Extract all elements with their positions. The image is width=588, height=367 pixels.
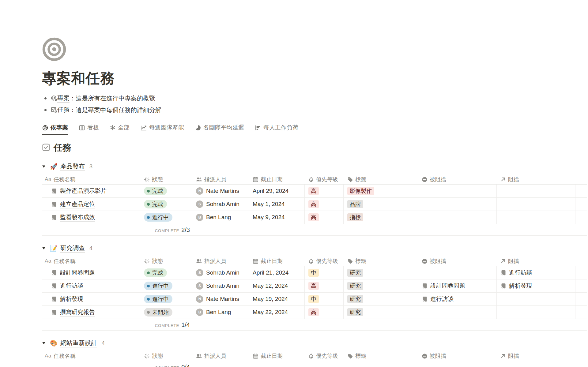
column-header-due[interactable]: 截止日期 <box>249 351 305 361</box>
column-header-blocking[interactable]: 阻擋 <box>497 351 575 361</box>
column-header-status[interactable]: 狀態 <box>140 256 192 266</box>
task-name-cell[interactable]: 製作產品演示影片 <box>42 185 140 197</box>
blocked-by-cell[interactable] <box>418 185 497 197</box>
tags-cell[interactable]: 研究 <box>344 306 418 319</box>
column-header-due[interactable]: 截止日期 <box>249 256 305 266</box>
task-name-cell[interactable]: 撰寫研究報告 <box>42 306 140 319</box>
column-header-blocking[interactable]: 阻擋 <box>497 174 575 184</box>
tags-cell[interactable]: 研究 <box>344 279 418 292</box>
page-title[interactable]: 專案和任務 <box>42 69 587 88</box>
task-name-cell[interactable]: 設計問卷問題 <box>42 266 140 279</box>
column-header-assignee[interactable]: 指派人員 <box>192 256 249 266</box>
tab-每人工作負荷[interactable]: 每人工作負荷 <box>255 122 299 135</box>
tab-每週團隊產能[interactable]: 每週團隊產能 <box>140 122 184 135</box>
column-header-blocked_by[interactable]: 被阻擋 <box>418 174 497 184</box>
group-name[interactable]: 研究調查 <box>60 244 85 253</box>
complete-calc[interactable]: COMPLETE2/3 <box>140 224 192 235</box>
column-header-blocked_by[interactable]: 被阻擋 <box>418 351 497 361</box>
priority-cell[interactable]: 高 <box>305 211 344 224</box>
column-header-blocking[interactable]: 阻擋 <box>497 256 575 266</box>
column-header-status[interactable]: 狀態 <box>140 351 192 361</box>
tags-cell[interactable]: 指標 <box>344 211 418 224</box>
assignee-cell[interactable]: NNate Martins <box>192 293 249 305</box>
due-date-cell[interactable]: April 21, 2024 <box>249 266 305 279</box>
due-date-cell[interactable]: May 1, 2024 <box>249 198 305 211</box>
blocking-cell[interactable] <box>497 306 575 319</box>
status-cell[interactable]: 進行中 <box>140 293 192 305</box>
blocking-cell[interactable] <box>497 185 575 197</box>
relation-item[interactable]: 進行訪談 <box>422 295 454 303</box>
blocked-by-cell[interactable]: 設計問卷問題 <box>418 279 497 292</box>
tags-cell[interactable]: 研究 <box>344 293 418 305</box>
page-emoji-bullseye-icon[interactable] <box>42 37 66 62</box>
column-header-assignee[interactable]: 指派人員 <box>192 174 249 184</box>
status-cell[interactable]: 完成 <box>140 266 192 279</box>
column-header-tags[interactable]: 標籤 <box>344 351 418 361</box>
complete-calc[interactable]: COMPLETE0/4 <box>140 361 192 367</box>
column-header-status[interactable]: 狀態 <box>140 174 192 184</box>
group-toggle-icon[interactable] <box>42 165 50 168</box>
status-cell[interactable]: 完成 <box>140 185 192 197</box>
column-header-priority[interactable]: 優先等級 <box>305 256 344 266</box>
column-header-blocked_by[interactable]: 被阻擋 <box>418 256 497 266</box>
blocking-cell[interactable]: 進行訪談 <box>497 266 575 279</box>
assignee-cell[interactable]: SSohrab Amin <box>192 198 249 211</box>
column-header-tags[interactable]: 標籤 <box>344 174 418 184</box>
group-toggle-icon[interactable] <box>42 246 50 250</box>
tab-全部[interactable]: 全部 <box>110 122 130 135</box>
due-date-cell[interactable]: May 22, 2024 <box>249 306 305 319</box>
column-header-name[interactable]: Aa任務名稱 <box>42 256 140 266</box>
blocking-cell[interactable]: 解析發現 <box>497 279 575 292</box>
assignee-cell[interactable]: BBen Lang <box>192 211 249 224</box>
column-header-assignee[interactable]: 指派人員 <box>192 351 249 361</box>
due-date-cell[interactable]: May 12, 2024 <box>249 279 305 292</box>
intro-link[interactable]: 任務 <box>57 106 70 114</box>
blocking-cell[interactable] <box>497 198 575 211</box>
blocking-cell[interactable] <box>497 211 575 224</box>
tab-看板[interactable]: 看板 <box>79 122 99 135</box>
status-cell[interactable]: 進行中 <box>140 279 192 292</box>
complete-calc[interactable]: COMPLETE1/4 <box>140 319 192 330</box>
blocked-by-cell[interactable] <box>418 306 497 319</box>
due-date-cell[interactable]: May 19, 2024 <box>249 293 305 305</box>
priority-cell[interactable]: 中 <box>305 266 344 279</box>
status-cell[interactable]: 完成 <box>140 198 192 211</box>
column-header-due[interactable]: 截止日期 <box>249 174 305 184</box>
group-name[interactable]: 網站重新設計 <box>60 339 97 347</box>
blocked-by-cell[interactable]: 進行訪談 <box>418 293 497 305</box>
assignee-cell[interactable]: NNate Martins <box>192 185 249 197</box>
tags-cell[interactable]: 研究 <box>344 266 418 279</box>
column-header-tags[interactable]: 標籤 <box>344 256 418 266</box>
intro-link[interactable]: 專案 <box>57 94 70 103</box>
tags-cell[interactable]: 品牌 <box>344 198 418 211</box>
column-header-priority[interactable]: 優先等級 <box>305 351 344 361</box>
relation-item[interactable]: 解析發現 <box>500 282 532 290</box>
assignee-cell[interactable]: SSohrab Amin <box>192 266 249 279</box>
blocked-by-cell[interactable] <box>418 211 497 224</box>
assignee-cell[interactable]: BBen Lang <box>192 306 249 319</box>
blocked-by-cell[interactable] <box>418 198 497 211</box>
status-cell[interactable]: 未開始 <box>140 306 192 319</box>
group-toggle-icon[interactable] <box>42 341 50 345</box>
task-name-cell[interactable]: 建立產品定位 <box>42 198 140 211</box>
due-date-cell[interactable]: May 9, 2024 <box>249 211 305 224</box>
blocked-by-cell[interactable] <box>418 266 497 279</box>
due-date-cell[interactable]: April 29, 2024 <box>249 185 305 197</box>
task-name-cell[interactable]: 解析發現 <box>42 293 140 305</box>
priority-cell[interactable]: 高 <box>305 198 344 211</box>
relation-item[interactable]: 進行訪談 <box>500 269 532 277</box>
relation-item[interactable]: 設計問卷問題 <box>422 282 465 290</box>
tab-依專案[interactable]: 依專案 <box>42 122 68 135</box>
task-name-cell[interactable]: 監看發布成效 <box>42 211 140 224</box>
assignee-cell[interactable]: SSohrab Amin <box>192 279 249 292</box>
column-header-name[interactable]: Aa任務名稱 <box>42 351 140 361</box>
column-header-priority[interactable]: 優先等級 <box>305 174 344 184</box>
priority-cell[interactable]: 中 <box>305 293 344 305</box>
group-name[interactable]: 產品發布 <box>60 162 85 171</box>
blocking-cell[interactable] <box>497 293 575 305</box>
column-header-name[interactable]: Aa任務名稱 <box>42 174 140 184</box>
task-name-cell[interactable]: 進行訪談 <box>42 279 140 292</box>
tab-各團隊平均延遲[interactable]: 各團隊平均延遲 <box>195 122 244 135</box>
status-cell[interactable]: 進行中 <box>140 211 192 224</box>
priority-cell[interactable]: 高 <box>305 279 344 292</box>
